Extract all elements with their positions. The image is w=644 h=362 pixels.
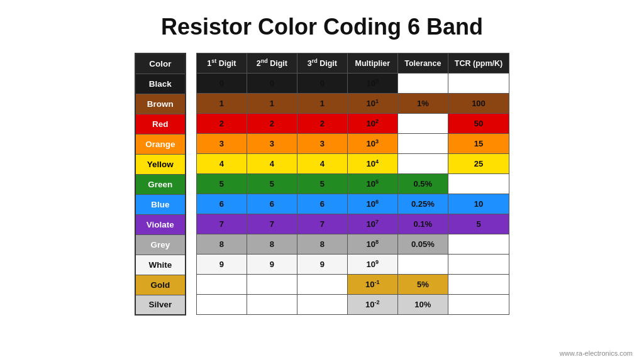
multiplier-cell: 10-2: [347, 295, 397, 315]
color-name-cell: Yellow: [135, 154, 186, 174]
col-header-d3: 3rd Digit: [297, 53, 347, 74]
table-row: 10-210%: [196, 295, 509, 315]
digit1-cell: 1: [196, 94, 247, 114]
digit2-cell: 4: [247, 154, 297, 174]
tcr-cell: 50: [448, 114, 509, 134]
color-name-cell: Violate: [135, 214, 186, 234]
col-header-tcr: TCR (ppm/K): [448, 53, 509, 74]
multiplier-cell: 106: [347, 194, 397, 214]
tcr-cell: 100: [448, 94, 509, 114]
digit1-cell: 9: [196, 255, 247, 275]
tcr-cell: [448, 234, 509, 255]
digit3-cell: 4: [297, 154, 347, 174]
table-row: 5551050.5%: [196, 174, 509, 194]
digit2-cell: 1: [247, 94, 297, 114]
table-row: 33310315: [196, 134, 509, 154]
color-name-cell: Grey: [135, 234, 186, 255]
tolerance-cell: 10%: [397, 295, 448, 315]
multiplier-cell: 100: [347, 74, 397, 94]
col-header-d1: 1st Digit: [196, 53, 247, 74]
tolerance-cell: 0.1%: [397, 214, 448, 234]
digit1-cell: 5: [196, 174, 247, 194]
watermark: www.ra-electronics.com: [560, 349, 633, 357]
tcr-cell: [448, 174, 509, 194]
tcr-cell: 25: [448, 154, 509, 174]
digit3-cell: 7: [297, 214, 347, 234]
multiplier-cell: 102: [347, 114, 397, 134]
tcr-cell: [448, 255, 509, 275]
digit2-cell: 3: [247, 134, 297, 154]
table-row: 6661060.25%10: [196, 194, 509, 214]
data-table: 1st Digit 2nd Digit 3rd Digit Multiplier…: [196, 53, 509, 315]
digit3-cell: [297, 275, 347, 295]
col-header-tol: Tolerance: [397, 53, 448, 74]
tcr-cell: 5: [448, 214, 509, 234]
table-wrapper: ColorBlackBrownRedOrangeYellowGreenBlueV…: [135, 53, 509, 315]
digit1-cell: [196, 275, 247, 295]
table-row: 000100: [196, 74, 509, 94]
tcr-cell: [448, 275, 509, 295]
digit1-cell: 8: [196, 234, 247, 255]
digit2-cell: 2: [247, 114, 297, 134]
col-header-mult: Multiplier: [347, 53, 397, 74]
color-col-header: Color: [135, 53, 186, 74]
digit2-cell: 0: [247, 74, 297, 94]
tolerance-cell: 0.05%: [397, 234, 448, 255]
tolerance-cell: [397, 114, 448, 134]
digit2-cell: [247, 275, 297, 295]
digit2-cell: 5: [247, 174, 297, 194]
tolerance-cell: 0.25%: [397, 194, 448, 214]
digit1-cell: 2: [196, 114, 247, 134]
digit3-cell: 3: [297, 134, 347, 154]
color-name-cell: Silver: [135, 295, 186, 315]
table-row: 7771070.1%5: [196, 214, 509, 234]
digit3-cell: 9: [297, 255, 347, 275]
table-row: 22210250: [196, 114, 509, 134]
multiplier-cell: 108: [347, 234, 397, 255]
tolerance-cell: 5%: [397, 275, 448, 295]
tolerance-cell: [397, 74, 448, 94]
digit3-cell: 1: [297, 94, 347, 114]
table-row: 999109: [196, 255, 509, 275]
page-title: Resistor Color Coding 6 Band: [161, 14, 483, 40]
color-name-cell: Green: [135, 174, 186, 194]
tcr-cell: 10: [448, 194, 509, 214]
multiplier-cell: 104: [347, 154, 397, 174]
digit2-cell: [247, 295, 297, 315]
color-name-table: ColorBlackBrownRedOrangeYellowGreenBlueV…: [135, 53, 186, 315]
tcr-cell: 15: [448, 134, 509, 154]
color-name-cell: Gold: [135, 275, 186, 295]
col-header-d2: 2nd Digit: [247, 53, 297, 74]
color-name-cell: Red: [135, 114, 186, 134]
multiplier-cell: 103: [347, 134, 397, 154]
digit1-cell: 3: [196, 134, 247, 154]
digit2-cell: 6: [247, 194, 297, 214]
multiplier-cell: 109: [347, 255, 397, 275]
digit3-cell: [297, 295, 347, 315]
digit1-cell: 4: [196, 154, 247, 174]
digit2-cell: 7: [247, 214, 297, 234]
tolerance-cell: [397, 154, 448, 174]
table-row: 1111011%100: [196, 94, 509, 114]
tcr-cell: [448, 295, 509, 315]
digit3-cell: 6: [297, 194, 347, 214]
digit2-cell: 9: [247, 255, 297, 275]
tolerance-cell: 1%: [397, 94, 448, 114]
tolerance-cell: [397, 255, 448, 275]
tolerance-cell: [397, 134, 448, 154]
table-row: 8881080.05%: [196, 234, 509, 255]
multiplier-cell: 101: [347, 94, 397, 114]
multiplier-cell: 105: [347, 174, 397, 194]
table-row: 10-15%: [196, 275, 509, 295]
digit1-cell: [196, 295, 247, 315]
digit2-cell: 8: [247, 234, 297, 255]
color-name-cell: Orange: [135, 134, 186, 154]
color-name-cell: White: [135, 255, 186, 275]
tolerance-cell: 0.5%: [397, 174, 448, 194]
digit3-cell: 5: [297, 174, 347, 194]
color-name-cell: Brown: [135, 94, 186, 114]
digit1-cell: 0: [196, 74, 247, 94]
tcr-cell: [448, 74, 509, 94]
table-row: 44410425: [196, 154, 509, 174]
color-name-cell: Black: [135, 74, 186, 94]
